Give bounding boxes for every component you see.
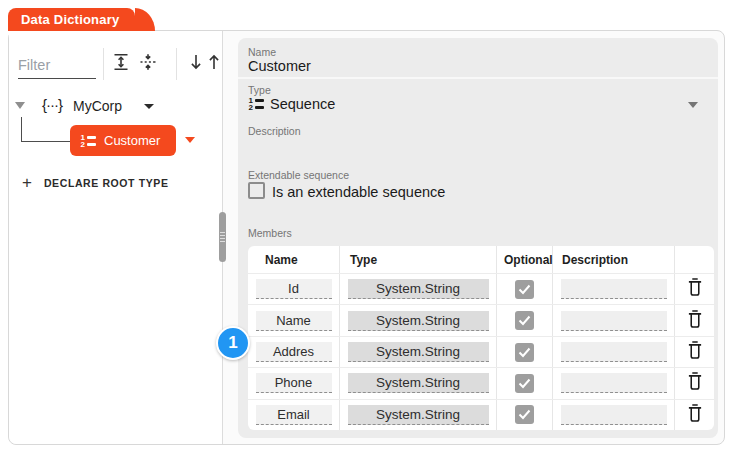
member-optional-checkbox[interactable] <box>515 405 534 424</box>
tab-title: Data Dictionary <box>21 12 119 27</box>
member-type-input[interactable]: System.String <box>348 279 489 299</box>
annotation-badge-number: 1 <box>228 333 237 353</box>
trash-icon[interactable] <box>686 340 704 364</box>
type-select-value[interactable]: Sequence <box>270 96 335 112</box>
name-field-label: Name <box>248 46 276 58</box>
column-header-optional: Optional <box>497 253 553 267</box>
member-type-input[interactable]: System.String <box>348 311 489 331</box>
member-description-input[interactable] <box>561 342 667 362</box>
tree-connector <box>21 141 70 142</box>
arrow-up-icon[interactable] <box>204 52 224 72</box>
filter-underline <box>18 78 96 79</box>
field-divider <box>238 77 718 79</box>
member-name-input[interactable]: Addres <box>256 342 332 362</box>
members-table-body: IdSystem.StringNameSystem.StringAddresSy… <box>248 273 714 430</box>
member-description-input[interactable] <box>561 373 667 393</box>
expand-all-icon[interactable] <box>111 52 131 72</box>
member-type-input[interactable]: System.String <box>348 342 489 362</box>
trash-icon[interactable] <box>686 277 704 301</box>
member-optional-checkbox[interactable] <box>515 280 534 299</box>
details-card: Name Customer Type 12 Sequence Descripti… <box>238 38 718 438</box>
extendable-sequence-checkbox[interactable] <box>248 182 265 199</box>
member-name-input[interactable]: Phone <box>256 373 332 393</box>
column-header-description: Description <box>553 253 628 267</box>
annotation-badge: 1 <box>216 326 250 360</box>
member-name-input[interactable]: Name <box>256 311 332 331</box>
extendable-checkbox-label: Is an extendable sequence <box>272 184 445 200</box>
member-type-input[interactable]: System.String <box>348 405 489 425</box>
description-field-label: Description <box>248 125 301 137</box>
member-optional-checkbox[interactable] <box>515 311 534 330</box>
sequence-icon: 12 <box>80 134 96 148</box>
member-row: IdSystem.String <box>248 273 714 304</box>
data-dictionary-window: Data Dictionary Filter {···} MyCorp <box>0 0 733 453</box>
pane-splitter-handle[interactable] <box>219 212 226 262</box>
sequence-icon: 12 <box>248 97 264 111</box>
toolbar-separator <box>176 48 177 80</box>
members-table-header: Name Type Optional Description <box>248 246 714 273</box>
data-dictionary-tab[interactable]: Data Dictionary <box>8 8 135 31</box>
column-header-name: Name <box>248 253 298 267</box>
trash-icon[interactable] <box>686 371 704 395</box>
column-header-type: Type <box>340 253 377 267</box>
tree-node-customer[interactable]: 12 Customer <box>70 125 176 156</box>
mycorp-menu-caret-icon[interactable] <box>144 104 154 109</box>
member-row: EmailSystem.String <box>248 399 714 430</box>
member-row: AddresSystem.String <box>248 336 714 367</box>
tree-pane <box>9 31 222 444</box>
arrow-down-icon[interactable] <box>186 52 206 72</box>
members-section-label: Members <box>248 227 292 239</box>
member-name-input[interactable]: Id <box>256 279 332 299</box>
tree-expander-icon[interactable] <box>15 102 25 109</box>
member-row: NameSystem.String <box>248 304 714 335</box>
member-type-input[interactable]: System.String <box>348 373 489 393</box>
member-description-input[interactable] <box>561 405 667 425</box>
member-row: PhoneSystem.String <box>248 367 714 398</box>
trash-icon[interactable] <box>686 403 704 427</box>
declare-root-type-label: DECLARE ROOT TYPE <box>44 177 169 189</box>
trash-icon[interactable] <box>686 309 704 333</box>
name-field-input[interactable]: Customer <box>248 58 311 74</box>
customer-node-label: Customer <box>104 133 160 148</box>
member-description-input[interactable] <box>561 279 667 299</box>
extendable-sequence-label: Extendable sequence <box>248 169 349 181</box>
filter-input[interactable]: Filter <box>18 57 50 73</box>
type-field-label: Type <box>248 84 271 96</box>
member-description-input[interactable] <box>561 311 667 331</box>
collapse-all-icon[interactable] <box>138 52 158 72</box>
plus-icon: + <box>22 175 32 191</box>
declare-root-type-button[interactable]: + DECLARE ROOT TYPE <box>14 170 176 196</box>
member-optional-checkbox[interactable] <box>515 343 534 362</box>
customer-menu-caret-icon[interactable] <box>185 137 195 143</box>
braces-icon: {···} <box>42 96 62 113</box>
tree-connector <box>21 117 22 141</box>
member-name-input[interactable]: Email <box>256 405 332 425</box>
members-table: Name Type Optional Description IdSystem.… <box>248 246 714 430</box>
tree-node-mycorp[interactable]: MyCorp <box>73 98 122 114</box>
member-optional-checkbox[interactable] <box>515 374 534 393</box>
type-dropdown-caret-icon[interactable] <box>688 102 698 108</box>
toolbar-separator <box>103 48 104 80</box>
